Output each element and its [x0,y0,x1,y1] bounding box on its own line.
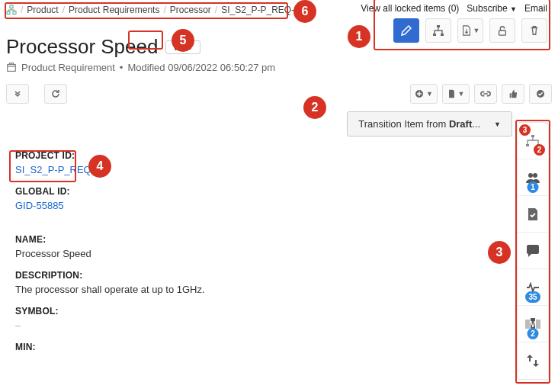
page-title: Processor Speed [6,35,158,59]
add-button[interactable]: ▼ [410,84,438,104]
caret-down-icon: ▼ [494,120,501,128]
subscribe-link[interactable]: Subscribe ▼ [467,3,517,14]
fields: PROJECT ID: SI_S2_P-P_REQ-20 GLOBAL ID: … [0,137,558,365]
svg-rect-1 [7,11,10,14]
description-value: The processor shall operate at up to 1GH… [15,281,543,295]
project-tree-icon [6,5,17,15]
svg-rect-10 [531,135,534,137]
svg-rect-17 [536,320,540,329]
caret-down-icon: ▼ [426,90,433,98]
caret-down-icon: ▼ [510,5,517,13]
svg-rect-2 [13,11,16,14]
modified-label: Modified 09/06/2022 06:50:27 pm [127,62,275,73]
delete-button[interactable] [521,18,547,43]
document-button[interactable]: ▼ [442,84,470,104]
transition-button[interactable]: Transition Item from Draft... ▼ [347,111,512,137]
rail-approval[interactable] [518,196,548,233]
field-description: DESCRIPTION: The processor shall operate… [15,270,543,295]
export-button[interactable]: ▼ [457,18,483,43]
secondary-toolbar: ▼ ▼ [0,81,558,107]
badge-count: 1 [528,182,539,193]
item-type-icon [6,63,17,73]
badge-count: 3 [519,124,531,136]
badge-count: 35 [525,291,540,303]
view-locked-link[interactable]: View all locked items (0) [361,3,459,14]
approve-button[interactable] [529,84,552,104]
rail-activity[interactable]: 35 [518,269,548,306]
name-value: Processor Speed [15,245,543,259]
unlock-button[interactable] [489,18,515,43]
global-id-value[interactable]: GID-55885 [15,197,543,211]
email-link[interactable]: Email [524,3,547,14]
project-id-value[interactable]: SI_S2_P-P_REQ-20 [15,161,543,175]
caret-down-icon: ▼ [187,43,194,51]
side-rail: 3 2 1 35 V 2 [517,122,549,380]
expand-button[interactable] [6,84,29,104]
rail-relationships[interactable]: 3 2 [518,123,548,159]
rail-versions[interactable]: V 2 [518,306,548,342]
svg-rect-4 [433,34,436,36]
edit-button[interactable] [393,18,419,43]
symbol-value: – [15,316,543,331]
rail-compare[interactable] [518,342,548,379]
link-button[interactable] [474,84,497,104]
version-selector[interactable]: V2 ▼ [165,40,200,54]
relationship-button[interactable] [425,18,451,43]
breadcrumb-processor[interactable]: Processor [170,5,211,15]
svg-point-13 [528,173,533,178]
svg-rect-5 [441,34,444,36]
field-min: MIN: [15,342,543,355]
field-global-id: GLOBAL ID: GID-55885 [15,186,543,211]
item-type-label: Product Requirement [21,62,115,73]
subtitle: Product Requirement • Modified 09/06/202… [0,60,558,81]
breadcrumb-product-requirements[interactable]: Product Requirements [69,5,159,15]
breadcrumb-current[interactable]: SI_S2_P-P_REQ-20 [221,5,304,15]
refresh-button[interactable] [44,84,67,104]
svg-rect-6 [499,31,506,35]
svg-rect-7 [8,64,16,71]
field-project-id: PROJECT ID: SI_S2_P-P_REQ-20 [15,150,543,175]
min-value [15,352,543,355]
caret-down-icon: ▼ [458,90,465,98]
svg-text:V: V [531,320,536,329]
top-right-cluster: View all locked items (0) Subscribe ▼ Em… [361,2,547,43]
field-symbol: SYMBOL: – [15,306,543,331]
svg-rect-15 [525,320,530,329]
caret-down-icon: ▼ [473,27,480,34]
badge-count: 2 [534,144,545,156]
badge-count: 2 [528,328,539,339]
rail-comments[interactable] [518,233,548,269]
svg-rect-11 [526,144,529,146]
svg-point-14 [533,173,537,178]
transition-wrap: Transition Item from Draft... ▼ [0,111,558,137]
breadcrumb-product[interactable]: Product [27,5,58,15]
top-links: View all locked items (0) Subscribe ▼ Em… [361,2,547,18]
svg-rect-3 [437,25,440,27]
rail-people[interactable]: 1 [518,159,548,196]
field-name: NAME: Processor Speed [15,234,543,259]
thumbs-up-button[interactable] [502,84,524,104]
svg-rect-0 [10,5,13,8]
top-toolbar: ▼ [361,18,547,43]
